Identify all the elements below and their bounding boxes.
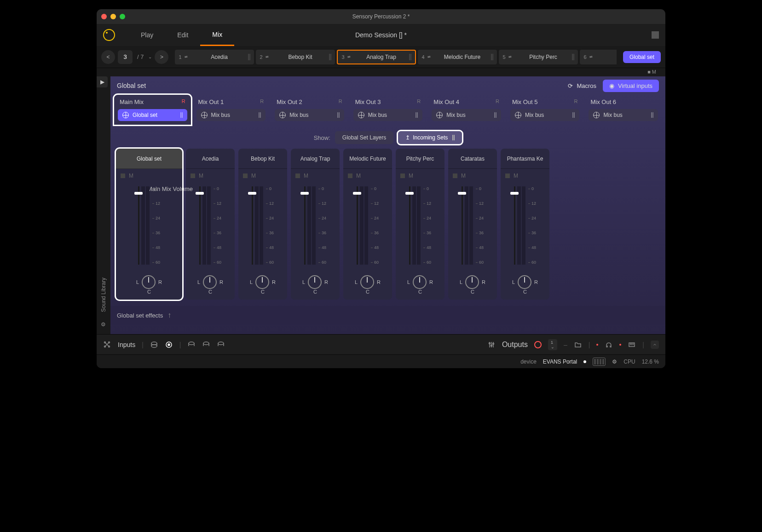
folder-icon[interactable]: [574, 341, 582, 349]
set-tab-4[interactable]: 5⇄Pitchy Perc: [499, 50, 578, 64]
midi-icon[interactable]: [628, 341, 636, 349]
channel-mute[interactable]: M: [501, 169, 549, 183]
channel-strip-1: Acedia M 01224364860 LR C: [186, 149, 235, 300]
mix-outs-row: Main MixR Global setMix Out 1R Mix busMi…: [110, 95, 665, 125]
drum-icon-1[interactable]: [150, 341, 158, 349]
set-tab-5[interactable]: 6⇄C: [580, 50, 617, 64]
set-navigator: < 3 / 7 ⌄ > 1⇄Acedia2⇄Bebop Kit3⇄Analog …: [97, 46, 665, 68]
channel-fader[interactable]: 01224364860: [448, 183, 497, 270]
menu-play[interactable]: Play: [129, 24, 165, 46]
channel-mute[interactable]: M: [291, 169, 340, 183]
channel-mute[interactable]: M: [186, 169, 235, 183]
channel-fader[interactable]: 01224364860: [116, 183, 182, 270]
zoom-window[interactable]: [120, 14, 125, 19]
drum-icon-2[interactable]: [165, 341, 173, 349]
gear-icon[interactable]: ⚙: [101, 321, 106, 328]
channel-strips: Global set M 01224364860 LR C Acedia M 0…: [110, 149, 665, 306]
track-selector[interactable]: 1⌄: [548, 339, 557, 350]
chevron-down-icon[interactable]: ⌄: [148, 54, 152, 59]
headphones-icon[interactable]: [605, 341, 613, 349]
channel-pan[interactable]: LR C: [291, 270, 340, 300]
mute-toggle[interactable]: ■ M: [645, 69, 659, 75]
channel-fader[interactable]: 01224364860: [501, 183, 549, 270]
set-tab-1[interactable]: 2⇄Bebop Kit: [256, 50, 335, 64]
channel-fader[interactable]: 01224364860: [186, 183, 235, 270]
expand-sidebar-button[interactable]: ▶: [97, 76, 108, 87]
status-dot-red: [596, 344, 598, 346]
close-window[interactable]: [101, 14, 107, 19]
channel-name: Acedia: [186, 149, 235, 169]
channel-strip-0: Global set M 01224364860 LR C: [116, 149, 182, 300]
nav-current[interactable]: 3: [118, 50, 133, 64]
inputs-section: Inputs | |: [103, 341, 225, 349]
mix-out-0[interactable]: Main MixR Global set: [114, 95, 191, 125]
channel-mute[interactable]: M: [448, 169, 497, 183]
mix-out-3[interactable]: Mix Out 3R Mix bus: [350, 95, 427, 125]
mixer-content: Global set ⟳ Macros ◉ Virtual inputs Mai…: [110, 76, 665, 334]
mix-out-6[interactable]: Mix Out 6 Mix bus: [585, 95, 662, 125]
channel-pan[interactable]: LR C: [186, 270, 235, 300]
upload-icon: ↥: [405, 134, 410, 141]
nav-prev-button[interactable]: <: [101, 50, 115, 64]
channel-strip-3: Analog Trap M 01224364860 LR C: [291, 149, 340, 300]
channel-pan[interactable]: LR C: [343, 270, 392, 300]
drum-icon-3[interactable]: [187, 341, 196, 349]
set-tab-3[interactable]: 4⇄Melodic Future: [418, 50, 497, 64]
sliders-icon[interactable]: [487, 341, 496, 349]
channel-pan[interactable]: LR C: [501, 270, 549, 300]
macros-button[interactable]: ⟳ Macros: [561, 80, 603, 92]
channel-pan[interactable]: LR C: [116, 270, 182, 300]
set-tabs: 1⇄Acedia2⇄Bebop Kit3⇄Analog Trap4⇄Melodi…: [175, 50, 617, 64]
channel-name: Global set: [116, 149, 182, 169]
show-incoming-sets-button[interactable]: ↥ Incoming Sets: [398, 131, 462, 144]
channel-pan[interactable]: LR C: [238, 270, 287, 300]
channel-pan[interactable]: LR C: [448, 270, 497, 300]
device-name: EVANS Portal: [543, 359, 577, 365]
channel-fader[interactable]: 01224364860: [343, 183, 392, 270]
drum-icon-4[interactable]: [202, 341, 210, 349]
channel-mute[interactable]: M: [238, 169, 287, 183]
drum-icon-5[interactable]: [217, 341, 225, 349]
channel-strip-5: Pitchy Perc M 01224364860 LR C: [396, 149, 444, 300]
channel-fader[interactable]: 01224364860: [238, 183, 287, 270]
mix-out-1[interactable]: Mix Out 1R Mix bus: [193, 95, 270, 125]
set-tab-2[interactable]: 3⇄Analog Trap: [337, 50, 416, 64]
inputs-graph-icon[interactable]: [103, 341, 111, 349]
chevron-up-icon[interactable]: [651, 341, 659, 349]
arrow-up-icon[interactable]: ↑: [167, 311, 171, 319]
channel-fader[interactable]: 01224364860: [291, 183, 340, 270]
sidebar-sound-library[interactable]: Sound Library: [100, 278, 107, 312]
app-logo-icon: [103, 29, 115, 41]
minimize-window[interactable]: [110, 14, 116, 19]
svg-point-4: [151, 342, 157, 345]
channel-pan[interactable]: LR C: [396, 270, 444, 300]
virtual-inputs-button[interactable]: ◉ Virtual inputs: [603, 80, 659, 92]
channel-mute[interactable]: M: [396, 169, 444, 183]
channel-mute[interactable]: M: [343, 169, 392, 183]
set-tab-0[interactable]: 1⇄Acedia: [175, 50, 254, 64]
channel-fader[interactable]: 01224364860: [396, 183, 444, 270]
main-area: ▶ ⚙ Sound Library Global set ⟳ Macros ◉ …: [97, 76, 665, 334]
show-global-layers-button[interactable]: Global Set Layers: [335, 131, 393, 144]
menu-mix[interactable]: Mix: [200, 24, 234, 46]
refresh-icon: ⟳: [568, 82, 573, 89]
content-header: Global set ⟳ Macros ◉ Virtual inputs: [110, 76, 665, 95]
sidebar: ⚙ Sound Library: [97, 76, 110, 334]
mix-out-5[interactable]: Mix Out 5R Mix bus: [507, 95, 583, 125]
stop-button[interactable]: [652, 31, 659, 39]
channel-mute[interactable]: M: [116, 169, 182, 183]
svg-point-8: [189, 342, 194, 345]
status-bar: device EVANS Portal ⚙ CPU 12.6 %: [97, 354, 665, 368]
vu-meter-icon[interactable]: [593, 358, 606, 366]
svg-point-10: [218, 342, 224, 345]
nav-total: / 7: [135, 53, 145, 60]
menu-edit[interactable]: Edit: [165, 24, 200, 46]
record-button[interactable]: [534, 341, 542, 348]
mix-out-2[interactable]: Mix Out 2R Mix bus: [271, 95, 348, 125]
effects-label: Global set effects: [117, 312, 163, 319]
nav-next-button[interactable]: >: [155, 50, 168, 64]
channel-name: Melodic Future: [343, 149, 392, 169]
global-set-button[interactable]: Global set: [623, 51, 661, 63]
mix-out-4[interactable]: Mix Out 4R Mix bus: [428, 95, 505, 125]
settings-gear-icon[interactable]: ⚙: [612, 359, 617, 365]
